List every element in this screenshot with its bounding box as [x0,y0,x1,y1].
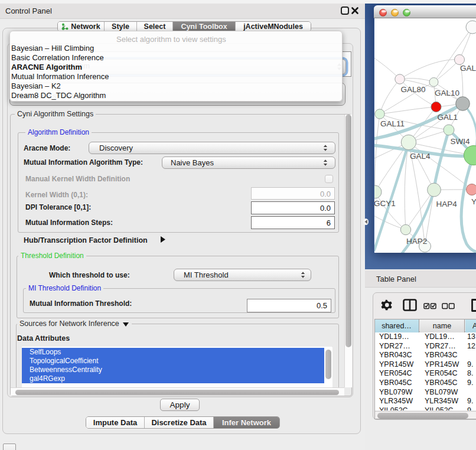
popup-item-basic-correlation-inference[interactable]: Basic Correlation Inference [11,53,330,63]
attributes-scrollbar[interactable] [324,347,332,387]
network-canvas[interactable]: GAL2GAL80GAL10GAL1GAL11SWI4GAL4GCY1HAP4Y… [374,18,476,253]
node-swi4[interactable] [444,125,454,135]
settings-horizontal-scrollbar[interactable] [11,387,344,396]
node-gcy1[interactable] [374,185,382,198]
network-edge[interactable] [400,60,459,79]
bottom-tab-impute-data[interactable]: Impute Data [86,417,145,428]
tab-label: Discretize Data [151,418,206,427]
mi-steps-label: Mutual Information Steps: [25,219,113,227]
node-gal80[interactable] [395,74,405,84]
popup-item-mutual-information-inference[interactable]: Mutual Information Inference [11,72,330,81]
table-row[interactable]: YER054CYER054C8. [374,369,476,379]
which-threshold-value: MI Threshold [184,270,229,279]
table-row[interactable]: YDR27…YDR27…12 [374,342,476,351]
export-table-icon[interactable] [471,298,476,312]
node-salmon[interactable] [467,184,476,195]
select-all-icon[interactable] [423,303,436,309]
kernel-width-field[interactable]: 0.0 [251,187,335,200]
bottom-tab-infer-network[interactable]: Infer Network [214,417,279,428]
dpi-tolerance-field[interactable]: 0.0 [251,201,335,214]
close-icon[interactable] [351,5,359,15]
table-cell: YLR345W [379,397,420,406]
splitter-collapse-icon[interactable] [363,219,369,225]
column-header-a[interactable]: A [465,319,476,332]
table-horizontal-scrollbar[interactable] [374,411,476,419]
network-edge-highlighted[interactable] [434,130,449,190]
corner-button[interactable] [3,444,16,450]
sources-title: Sources for Network Inference [17,320,132,328]
network-edge[interactable] [380,79,400,114]
sources-title-text[interactable]: Sources for Network Inference [19,320,119,328]
zoom-light[interactable] [403,9,410,17]
algorithm-dropdown-popup: Select algorithm to view settings Bayesi… [9,31,343,102]
node-gray[interactable] [456,97,470,111]
which-threshold-combo[interactable]: MI Threshold [174,269,311,281]
attribute-item-gal4rgexp[interactable]: gal4RGexp [22,374,332,383]
columns-icon[interactable] [403,299,417,311]
close-light[interactable] [379,9,387,17]
network-view-window[interactable]: GAL2GAL80GAL10GAL1GAL11SWI4GAL4GCY1HAP4Y… [374,5,476,253]
manual-kernel-label: Manual Kernel Width Definition [25,175,130,183]
table-row[interactable]: YDL19…YDL19…13 [374,332,476,342]
attribute-item-selfloops[interactable]: SelfLoops [22,348,332,357]
node-pink-top[interactable] [455,55,465,65]
node-label-y: Y [471,197,476,206]
node-gal4[interactable] [401,135,416,149]
float-window-icon[interactable] [341,6,349,15]
manual-kernel-checkbox[interactable] [325,175,333,183]
node-hap2[interactable] [400,224,410,234]
column-header-name[interactable]: name [420,319,465,332]
data-attributes-label: Data Attributes [17,334,70,343]
popup-item-aracne-algorithm[interactable]: ARACNE Algorithm [11,63,330,72]
data-attributes-list[interactable]: SelfLoopsTopologicalCoefficientBetweenne… [22,347,332,387]
settings-vertical-scrollbar[interactable] [344,115,352,387]
unselect-all-icon[interactable] [442,303,455,309]
node-top-right[interactable] [466,21,476,34]
table-cell: 9. [467,397,476,406]
mi-type-combo[interactable]: Naive Bayes [162,156,335,169]
node-gal10[interactable] [429,78,438,87]
network-edge[interactable] [375,114,380,192]
network-icon [61,23,69,30]
popup-item-bayesian-k2[interactable]: Bayesian – K2 [11,81,330,91]
node-hap4[interactable] [428,183,441,197]
node-label-gal10: GAL10 [435,89,459,97]
node-gal11[interactable] [375,109,384,119]
expand-arrow-icon[interactable] [159,236,166,243]
collapse-arrow-icon[interactable] [122,321,129,327]
node-gal1-red[interactable] [431,102,441,112]
node-label-gal2: GAL2 [460,64,476,73]
bottom-tab-discretize-data[interactable]: Discretize Data [145,417,214,428]
table-row[interactable]: YLR345WYLR345W9. [374,397,476,406]
network-edge[interactable] [380,107,436,114]
attribute-item-topologicalcoefficient[interactable]: TopologicalCoefficient [22,357,332,366]
tab-cyni-toolbox[interactable]: Cyni Toolbox [173,22,236,31]
table-row[interactable]: YBR045CYBR045C9. [374,379,476,388]
aracne-mode-combo[interactable]: Discovery [89,142,335,154]
table-row[interactable]: YBR043CYBR043C [374,351,476,360]
tab-network[interactable]: Network [58,22,105,31]
table-row[interactable]: YPR145WYPR145W9. [374,360,476,370]
table-row[interactable]: YIL052CYIL052C9. [374,406,476,410]
gear-icon[interactable] [381,299,392,311]
attribute-item-betweennesscentrality[interactable]: BetweennessCentrality [22,366,332,374]
table-cell: YPR145W [379,360,420,370]
tab-jactivemnodules[interactable]: jActiveMNodules [236,22,311,31]
tab-select[interactable]: Select [137,22,173,31]
popup-item-bayesian-hill-climbing[interactable]: Bayesian – Hill Climbing [11,44,330,53]
mi-type-value: Naive Bayes [171,158,214,167]
hub-definition-label[interactable]: Hub/Transcription Factor Definition [24,236,148,244]
tab-style[interactable]: Style [105,22,137,31]
minimize-light[interactable] [391,9,399,17]
table-row[interactable]: YBL079WYBL079W [374,388,476,397]
network-edge[interactable] [374,55,400,79]
popup-item-dream8-dc-tdc-algorithm[interactable]: Dream8 DC_TDC Algorithm [11,91,330,100]
tab-label: Style [112,22,129,31]
node-label-hap4: HAP4 [436,200,458,208]
apply-button[interactable]: Apply [160,399,200,411]
mi-threshold-field[interactable]: 0.5 [247,299,331,312]
mi-steps-field[interactable]: 6 [251,216,335,229]
column-header-shared[interactable]: shared… [374,319,419,332]
network-window-titlebar[interactable] [374,5,476,18]
network-edge[interactable] [434,27,473,82]
